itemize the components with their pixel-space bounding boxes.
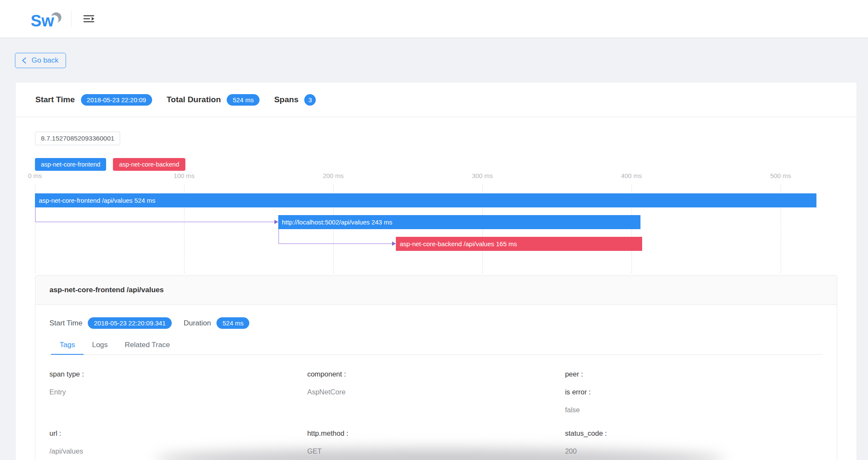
trace-card: Start Time 2018-05-23 22:20:09 Total Dur… — [16, 83, 856, 460]
chevron-left-icon — [21, 57, 27, 64]
tag-value: Entry — [49, 388, 299, 406]
tag-value — [49, 406, 299, 424]
summary-start-time: Start Time 2018-05-23 22:20:09 — [35, 94, 152, 106]
summary-total-duration: Total Duration 524 ms — [167, 94, 260, 106]
tags-column: peer :is error :falsestatus_code :200 — [565, 370, 823, 460]
connector-horizontal-line — [278, 243, 392, 244]
span-duration-pill: 524 ms — [216, 317, 249, 329]
span-bar[interactable]: asp-net-core-backend /api/values 165 ms — [396, 237, 642, 251]
summary-spans: Spans 3 — [274, 94, 316, 106]
service-legend: asp-net-core-frontendasp-net-core-backen… — [35, 158, 837, 171]
menu-unfold-icon[interactable] — [83, 13, 95, 24]
span-detail-body: Start Time 2018-05-23 22:20:09.341 Durat… — [35, 317, 837, 460]
tag-value: /api/values — [49, 447, 299, 460]
connector-arrow-icon — [392, 242, 396, 246]
tags-row-spacer — [49, 424, 299, 429]
detail-tabs: TagsLogsRelated Trace — [49, 336, 823, 355]
connector-vertical-line — [278, 229, 279, 244]
tags-column: span type :Entryurl :/api/values — [49, 370, 307, 460]
spans-label: Spans — [274, 95, 298, 104]
span-detail-panel: asp-net-core-frontend /api/values Start … — [35, 275, 837, 460]
timeline-chart: 0 ms100 ms200 ms300 ms400 ms500 msasp-ne… — [35, 172, 825, 273]
span-start-time-pill: 2018-05-23 22:20:09.341 — [88, 317, 171, 329]
total-duration-value-pill: 524 ms — [227, 94, 260, 106]
tags-row-spacer — [307, 424, 557, 429]
axis-tick-label: 200 ms — [323, 172, 343, 179]
start-time-label: Start Time — [35, 95, 75, 104]
tab-related-trace[interactable]: Related Trace — [116, 336, 179, 354]
tag-label: is error : — [565, 388, 814, 406]
axis-tick-label: 400 ms — [621, 172, 642, 179]
logo-text: Sw — [31, 12, 54, 30]
tag-label: peer : — [565, 370, 814, 388]
connector-arrow-icon — [274, 220, 278, 224]
topbar-divider — [71, 11, 72, 27]
tag-value: GET — [307, 447, 557, 460]
span-start-time: Start Time 2018-05-23 22:20:09.341 — [49, 317, 172, 329]
tab-tags[interactable]: Tags — [51, 336, 84, 354]
connector-horizontal-line — [35, 221, 274, 222]
go-back-button[interactable]: Go back — [15, 53, 66, 68]
tags-grid: span type :Entryurl :/api/valuescomponen… — [49, 370, 823, 460]
tag-value: 200 — [565, 447, 814, 460]
trace-summary-row: Start Time 2018-05-23 22:20:09 Total Dur… — [16, 83, 856, 117]
tag-label: component : — [307, 370, 557, 388]
tags-row-spacer — [565, 424, 814, 429]
tag-label: url : — [49, 429, 299, 447]
tag-label: status_code : — [565, 429, 814, 447]
trace-card-body: 8.7.15270852093360001 asp-net-core-front… — [16, 117, 856, 460]
start-time-value-pill: 2018-05-23 22:20:09 — [81, 94, 152, 106]
page: { "header": { "logo_text": "Sw" }, "go_b… — [0, 0, 868, 460]
span-bar[interactable]: http://localhost:5002/api/values 243 ms — [278, 215, 641, 229]
connector-vertical-line — [35, 207, 36, 222]
span-bar[interactable]: asp-net-core-frontend /api/values 524 ms — [35, 193, 816, 207]
tag-value: AspNetCore — [307, 388, 557, 406]
tags-column: component :AspNetCorehttp.method :GET — [307, 370, 565, 460]
axis-tick-label: 300 ms — [472, 172, 493, 179]
tag-label: span type : — [49, 370, 299, 388]
span-time-row: Start Time 2018-05-23 22:20:09.341 Durat… — [49, 317, 823, 329]
total-duration-label: Total Duration — [167, 95, 221, 104]
top-bar: Sw — [0, 0, 868, 37]
skywalking-logo-icon: Sw — [16, 6, 63, 32]
go-back-label: Go back — [32, 56, 58, 65]
spans-count-badge: 3 — [304, 94, 316, 106]
service-tag-asp-net-core-frontend: asp-net-core-frontend — [35, 158, 106, 171]
axis-tick-label: 500 ms — [770, 172, 791, 179]
span-duration-label: Duration — [184, 319, 211, 328]
tag-label: http.method : — [307, 429, 557, 447]
axis-tick-label: 100 ms — [173, 172, 194, 179]
tab-logs[interactable]: Logs — [84, 336, 116, 354]
axis-tick-label: 0 ms — [28, 172, 42, 179]
service-tag-asp-net-core-backend: asp-net-core-backend — [113, 158, 185, 171]
span-detail-title: asp-net-core-frontend /api/values — [35, 276, 837, 305]
span-duration: Duration 524 ms — [184, 317, 249, 329]
tag-value: false — [565, 406, 814, 424]
skywalking-logo: Sw — [16, 6, 63, 32]
span-start-time-label: Start Time — [49, 319, 82, 328]
tag-value — [307, 406, 557, 424]
trace-id-chip: 8.7.15270852093360001 — [35, 132, 120, 145]
